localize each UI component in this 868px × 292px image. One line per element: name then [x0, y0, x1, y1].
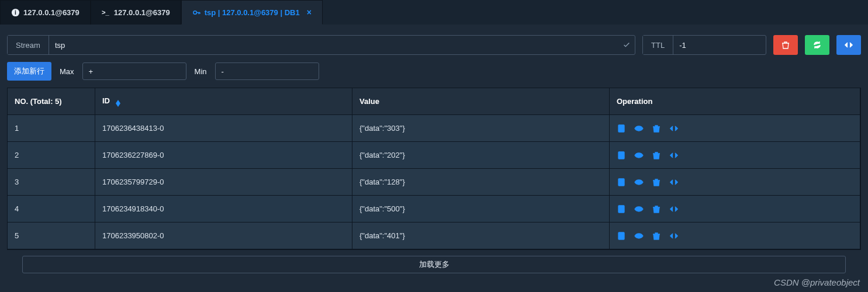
trash-icon[interactable]: [652, 204, 661, 214]
max-input[interactable]: [82, 62, 186, 80]
code-icon[interactable]: [669, 231, 679, 241]
cell-value: {"data":"303"}: [352, 115, 610, 142]
svg-point-13: [638, 235, 640, 237]
cell-op: [610, 223, 860, 249]
filter-bar: 添加新行 Max Min: [0, 61, 868, 88]
key-icon: [192, 8, 201, 17]
cell-value: {"data":"500"}: [352, 196, 610, 223]
delete-button[interactable]: [773, 35, 798, 55]
tab-bar: i 127.0.0.1@6379 >_ 127.0.0.1@6379 tsp |…: [0, 0, 868, 25]
trash-icon: [781, 40, 790, 50]
cell-no: 1: [8, 115, 95, 142]
cell-id: 1706236438413-0: [95, 115, 352, 142]
cell-no: 3: [8, 169, 95, 196]
table-row[interactable]: 51706233950802-0{"data":"401"}: [8, 223, 860, 249]
cell-op: [610, 142, 860, 169]
code-icon[interactable]: [669, 151, 679, 160]
load-more-button[interactable]: 加载更多: [22, 256, 846, 273]
min-input[interactable]: [215, 62, 319, 80]
sort-icon: [116, 100, 120, 107]
cell-op: [610, 115, 860, 142]
key-type-label: Stream: [8, 36, 49, 54]
svg-point-7: [638, 154, 640, 157]
key-bar: Stream TTL: [0, 25, 868, 61]
info-icon: i: [11, 8, 20, 17]
table-row[interactable]: 31706235799729-0{"data":"128"}: [8, 169, 860, 196]
cell-id: 1706235799729-0: [95, 169, 352, 196]
cell-value: {"data":"401"}: [352, 223, 610, 249]
svg-point-5: [638, 127, 640, 130]
cell-op: [610, 196, 860, 223]
col-op: Operation: [610, 88, 860, 115]
cell-value: {"data":"202"}: [352, 142, 610, 169]
ttl-box: TTL: [642, 35, 766, 55]
key-name-input[interactable]: [49, 36, 618, 54]
tab-info[interactable]: i 127.0.0.1@6379: [0, 0, 91, 25]
code-button[interactable]: [836, 35, 861, 55]
doc-icon[interactable]: [617, 178, 626, 187]
col-no: NO. (Total: 5): [8, 88, 95, 115]
tab-key-tsp[interactable]: tsp | 127.0.0.1@6379 | DB1 ×: [181, 0, 323, 25]
doc-icon[interactable]: [617, 231, 626, 241]
doc-icon[interactable]: [617, 204, 626, 214]
refresh-icon: [812, 40, 822, 50]
eye-icon[interactable]: [634, 204, 644, 214]
cell-id: 1706236227869-0: [95, 142, 352, 169]
tab-terminal[interactable]: >_ 127.0.0.1@6379: [91, 0, 181, 25]
cell-op: [610, 169, 860, 196]
check-icon[interactable]: [618, 36, 635, 54]
min-label: Min: [192, 67, 209, 76]
svg-point-11: [638, 208, 640, 210]
eye-icon[interactable]: [634, 151, 644, 160]
table-row[interactable]: 11706236438413-0{"data":"303"}: [8, 115, 860, 142]
terminal-icon: >_: [102, 8, 110, 17]
code-icon: [844, 40, 853, 50]
svg-text:>_: >_: [102, 9, 110, 16]
key-name-box: Stream: [7, 35, 635, 55]
svg-point-3: [193, 11, 197, 14]
trash-icon[interactable]: [652, 151, 661, 160]
col-id[interactable]: ID: [95, 88, 352, 115]
svg-point-9: [638, 181, 640, 183]
code-icon[interactable]: [669, 124, 679, 133]
cell-no: 5: [8, 223, 95, 249]
doc-icon[interactable]: [617, 124, 626, 133]
add-row-button[interactable]: 添加新行: [7, 62, 51, 81]
code-icon[interactable]: [669, 204, 679, 214]
max-label: Max: [57, 67, 77, 76]
tab-label: 127.0.0.1@6379: [23, 8, 79, 17]
eye-icon[interactable]: [634, 231, 644, 241]
table-row[interactable]: 21706236227869-0{"data":"202"}: [8, 142, 860, 169]
table-row[interactable]: 41706234918340-0{"data":"500"}: [8, 196, 860, 223]
code-icon[interactable]: [669, 178, 679, 187]
cell-id: 1706234918340-0: [95, 196, 352, 223]
col-id-label: ID: [102, 96, 110, 105]
watermark: CSDN @privateobject: [774, 277, 860, 287]
doc-icon[interactable]: [617, 151, 626, 160]
stream-table: NO. (Total: 5) ID Value Operation 117062…: [7, 88, 861, 250]
close-icon[interactable]: ×: [307, 8, 312, 17]
load-more-bar: 加载更多: [22, 256, 846, 273]
svg-text:i: i: [15, 9, 16, 16]
trash-icon[interactable]: [652, 124, 661, 133]
cell-value: {"data":"128"}: [352, 169, 610, 196]
refresh-button[interactable]: [805, 35, 829, 55]
trash-icon[interactable]: [652, 231, 661, 241]
ttl-input[interactable]: [673, 36, 783, 54]
col-value: Value: [352, 88, 610, 115]
trash-icon[interactable]: [652, 178, 661, 187]
tab-label: 127.0.0.1@6379: [114, 8, 170, 17]
cell-no: 4: [8, 196, 95, 223]
eye-icon[interactable]: [634, 124, 644, 133]
eye-icon[interactable]: [634, 178, 644, 187]
cell-id: 1706233950802-0: [95, 223, 352, 249]
tab-label: tsp | 127.0.0.1@6379 | DB1: [205, 8, 300, 17]
cell-no: 2: [8, 142, 95, 169]
ttl-label: TTL: [643, 36, 673, 54]
